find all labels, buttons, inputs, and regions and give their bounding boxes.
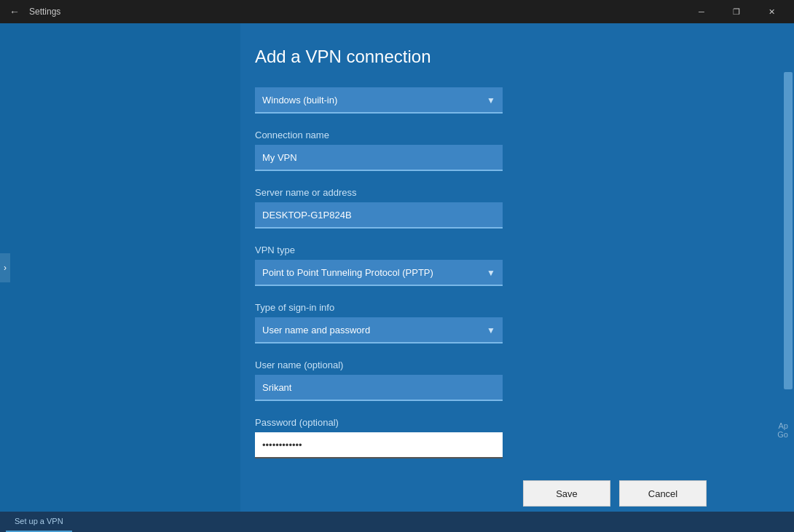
back-icon: ←	[9, 6, 20, 17]
provider-field-group: Windows (built-in) ▼	[255, 87, 750, 114]
window-title: Settings	[29, 7, 60, 17]
title-bar: ← Settings ─ ❐ ✕	[0, 0, 794, 23]
signin-type-select[interactable]: User name and password Certificate One-t…	[255, 317, 503, 344]
right-text-line2: Go	[777, 430, 788, 439]
vpn-type-group: VPN type Automatic Point to Point Tunnel…	[255, 245, 750, 286]
button-row: Save Cancel	[255, 480, 750, 507]
content-area: Add a VPN connection Windows (built-in) …	[240, 23, 794, 512]
page-title: Add a VPN connection	[255, 47, 750, 67]
main-area: › Add a VPN connection Windows (built-in…	[0, 23, 794, 512]
signin-type-group: Type of sign-in info User name and passw…	[255, 302, 750, 344]
left-edge-arrow: ›	[0, 253, 10, 282]
server-name-group: Server name or address	[255, 187, 750, 229]
right-sidebar-text: Ap Go	[777, 421, 788, 439]
connection-name-group: Connection name	[255, 130, 750, 171]
sidebar-strip: ›	[0, 23, 240, 512]
server-name-input[interactable]	[255, 202, 503, 229]
connection-name-label: Connection name	[255, 130, 750, 140]
username-label: User name (optional)	[255, 360, 750, 370]
username-input[interactable]	[255, 375, 503, 401]
back-button[interactable]: ←	[6, 3, 23, 20]
right-panel: Add a VPN connection Windows (built-in) …	[240, 23, 794, 512]
password-group: Password (optional)	[255, 417, 750, 458]
right-text-line1: Ap	[777, 421, 788, 430]
signin-type-label: Type of sign-in info	[255, 302, 750, 313]
minimize-button[interactable]: ─	[685, 0, 718, 23]
vpn-type-select-wrapper: Automatic Point to Point Tunneling Proto…	[255, 260, 503, 286]
signin-type-select-wrapper: User name and password Certificate One-t…	[255, 317, 503, 344]
restore-button[interactable]: ❐	[720, 0, 753, 23]
vpn-type-select[interactable]: Automatic Point to Point Tunneling Proto…	[255, 260, 503, 286]
cancel-button[interactable]: Cancel	[619, 480, 707, 507]
vpn-type-label: VPN type	[255, 245, 750, 255]
password-label: Password (optional)	[255, 417, 750, 428]
server-name-label: Server name or address	[255, 187, 750, 198]
window-controls: ─ ❐ ✕	[685, 0, 788, 23]
provider-select[interactable]: Windows (built-in)	[255, 87, 503, 114]
provider-select-wrapper: Windows (built-in) ▼	[255, 87, 503, 114]
close-button[interactable]: ✕	[755, 0, 788, 23]
username-group: User name (optional)	[255, 360, 750, 401]
save-button[interactable]: Save	[523, 480, 610, 507]
password-input[interactable]	[255, 432, 503, 458]
taskbar-item-vpn[interactable]: Set up a VPN	[6, 512, 72, 532]
taskbar: Set up a VPN	[0, 512, 794, 532]
connection-name-input[interactable]	[255, 145, 503, 171]
